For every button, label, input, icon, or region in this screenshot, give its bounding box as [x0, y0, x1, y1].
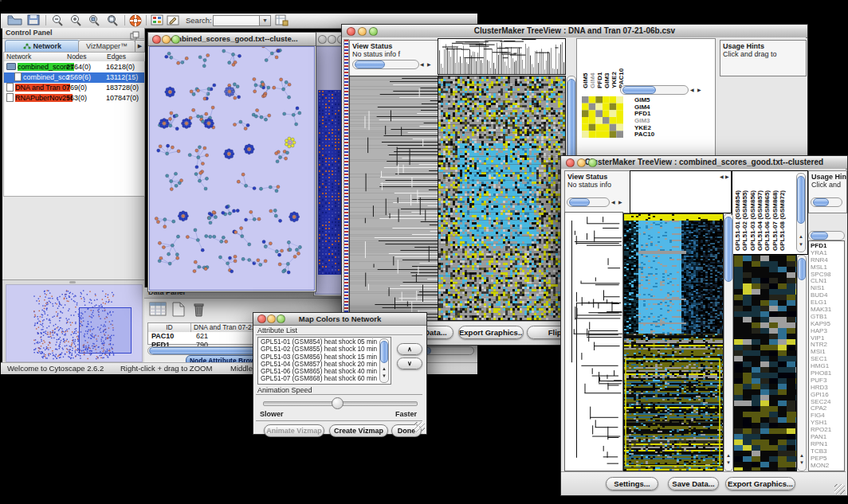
zoom-window-icon[interactable]: [171, 35, 180, 44]
move-down-button[interactable]: ∨: [397, 357, 422, 369]
attribute-table-icon[interactable]: [275, 14, 289, 29]
heatmap-canvas[interactable]: [438, 76, 566, 321]
scroll-left-icon[interactable]: ◀: [690, 88, 694, 93]
export-graphics-button[interactable]: Export Graphics...: [458, 326, 524, 339]
labels-vscrollbar[interactable]: ▲ ▼: [796, 173, 806, 252]
gene-list-item[interactable]: MSI1: [811, 348, 844, 355]
gene-list-item[interactable]: RPO21: [811, 426, 844, 433]
gene-list-item[interactable]: RNR4: [811, 256, 844, 264]
scroll-down-icon[interactable]: ▼: [726, 460, 731, 466]
tab-network[interactable]: Network: [5, 40, 80, 53]
attribute-list-vscrollbar[interactable]: ▲ ▼: [379, 338, 389, 383]
zoom-window-icon[interactable]: [277, 315, 285, 323]
column-dendrogram-canvas[interactable]: [438, 38, 566, 75]
search-dropdown-icon[interactable]: ▼: [259, 15, 271, 26]
heatmap-vscrollbar[interactable]: ▲ ▼: [724, 213, 733, 471]
gene-list-item[interactable]: NIS1: [811, 284, 844, 291]
network-list-row[interactable]: combined_scores2764(0)16218(0): [4, 62, 144, 72]
zoom-window-icon[interactable]: [369, 27, 378, 36]
gene-list-item[interactable]: KAP95: [811, 320, 844, 327]
gene-list-item[interactable]: GPI16: [811, 391, 844, 398]
attribute-list-item[interactable]: GPL51-06 (GSM865) heat shock 40 min: [259, 368, 379, 375]
attribute-list-item[interactable]: GPL51-07 (GSM868) heat shock 60 min: [259, 375, 379, 382]
tab-vizmapper[interactable]: VizMapper™: [78, 40, 135, 53]
column-header-edges[interactable]: Edges: [104, 53, 145, 61]
scroll-up-icon[interactable]: ▲: [382, 366, 387, 372]
scroll-down-icon[interactable]: ▼: [799, 242, 803, 248]
close-icon[interactable]: [257, 315, 266, 323]
close-icon[interactable]: [347, 27, 355, 36]
gene-list-item[interactable]: ELG1: [811, 299, 844, 306]
gene-list-item[interactable]: HRD3: [811, 384, 844, 391]
new-attribute-icon[interactable]: [171, 302, 186, 320]
scroll-right-icon[interactable]: ▶: [618, 200, 622, 205]
scroll-down-icon[interactable]: ▼: [799, 460, 804, 466]
vizmapper-icon[interactable]: [151, 14, 163, 29]
gene-list-item[interactable]: YKE2: [634, 124, 674, 131]
scrollbar-thumb[interactable]: [811, 232, 828, 240]
close-icon[interactable]: [566, 158, 575, 167]
column-header-nodes[interactable]: Nodes: [65, 53, 107, 61]
export-graphics-button[interactable]: Export Graphics...: [725, 477, 795, 490]
submatrix-hscrollbar[interactable]: [620, 85, 689, 95]
settings-button[interactable]: Settings...: [606, 477, 658, 490]
gene-list-item[interactable]: PEP5: [811, 455, 844, 462]
slider-thumb[interactable]: [332, 397, 344, 409]
annotation-icon[interactable]: [167, 14, 180, 29]
gene-list-item[interactable]: GIM5: [634, 96, 674, 104]
gene-list-item[interactable]: MSL1: [811, 264, 844, 271]
gene-list-item[interactable]: GIM4: [634, 104, 674, 111]
gene-list-item[interactable]: CPA2: [811, 404, 844, 412]
usage-hints-scrollbar[interactable]: [811, 197, 842, 207]
gene-list-item[interactable]: HMG1: [811, 362, 844, 369]
row-dendrogram-canvas[interactable]: [564, 212, 623, 471]
gene-list-item[interactable]: HAP3: [811, 327, 844, 334]
splitter-handle[interactable]: [69, 281, 76, 283]
resize-grip[interactable]: [834, 484, 845, 494]
gene-list-item[interactable]: RPN1: [811, 440, 844, 447]
gene-list-item[interactable]: MON2: [811, 462, 844, 469]
create-vizmap-button[interactable]: Create Vizmap: [329, 424, 388, 437]
treeview-dna-titlebar[interactable]: ClusterMaker TreeView : DNA and Tran 07-…: [342, 25, 807, 38]
gene-list-item[interactable]: PAN1: [811, 433, 844, 440]
minimize-icon[interactable]: [162, 35, 171, 44]
scroll-left-icon[interactable]: ◀: [611, 200, 615, 205]
attribute-list-item[interactable]: GPL51-03 (GSM856) heat shock 15 min: [259, 354, 379, 361]
delete-attribute-icon[interactable]: [192, 302, 206, 320]
close-icon[interactable]: [318, 35, 327, 44]
scroll-up-icon[interactable]: ▲: [799, 234, 803, 240]
gene-list-item[interactable]: GTB1: [811, 313, 844, 320]
save-data-button[interactable]: Save Data...: [668, 477, 719, 490]
attribute-list-item[interactable]: GPL51-01 (GSM854) heat shock 05 min: [259, 338, 379, 346]
gene-list-item[interactable]: YSH1: [811, 419, 844, 426]
gene-list-item[interactable]: YRA1: [811, 249, 844, 256]
animate-vizmap-button[interactable]: Animate Vizmap: [264, 424, 324, 437]
minimize-icon[interactable]: [358, 27, 367, 36]
gene-list-item[interactable]: VIP1: [811, 334, 844, 342]
gene-list-item[interactable]: GIM3: [634, 117, 674, 124]
scroll-right-icon[interactable]: ▶: [725, 174, 729, 180]
scroll-left-icon[interactable]: ◀: [720, 174, 724, 180]
view-status-scrollbar[interactable]: [352, 60, 419, 69]
open-file-icon[interactable]: [7, 14, 22, 29]
scrollbar-thumb[interactable]: [724, 217, 732, 282]
view-status-scrollbar[interactable]: [567, 197, 610, 207]
gene-list-item[interactable]: BUD4: [811, 291, 844, 299]
gene-list-item[interactable]: TCB3: [811, 447, 844, 455]
gene-list-item[interactable]: CLN1: [811, 277, 844, 284]
save-icon[interactable]: [27, 14, 40, 29]
scrollbar-thumb[interactable]: [813, 198, 829, 206]
gene-list-item[interactable]: FIG4: [811, 412, 844, 419]
column-header-id[interactable]: ID: [148, 323, 191, 332]
gene-list-item[interactable]: PUF3: [811, 377, 844, 384]
zoom-window-icon[interactable]: [588, 158, 597, 167]
overview-viewport-rect[interactable]: [79, 307, 132, 354]
heatmap-canvas[interactable]: [623, 213, 724, 471]
cluster-vscrollbar[interactable]: ▲ ▼: [797, 255, 807, 471]
resize-grip[interactable]: [414, 422, 425, 432]
attribute-listbox[interactable]: GPL51-01 (GSM854) heat shock 05 minGPL51…: [257, 337, 391, 385]
scrollbar-thumb[interactable]: [380, 341, 388, 363]
select-attributes-icon[interactable]: [149, 302, 167, 319]
attribute-list-item[interactable]: GPL51-04 (GSM857) heat shock 20 min: [259, 361, 379, 368]
similarity-matrix-canvas[interactable]: [582, 96, 623, 138]
